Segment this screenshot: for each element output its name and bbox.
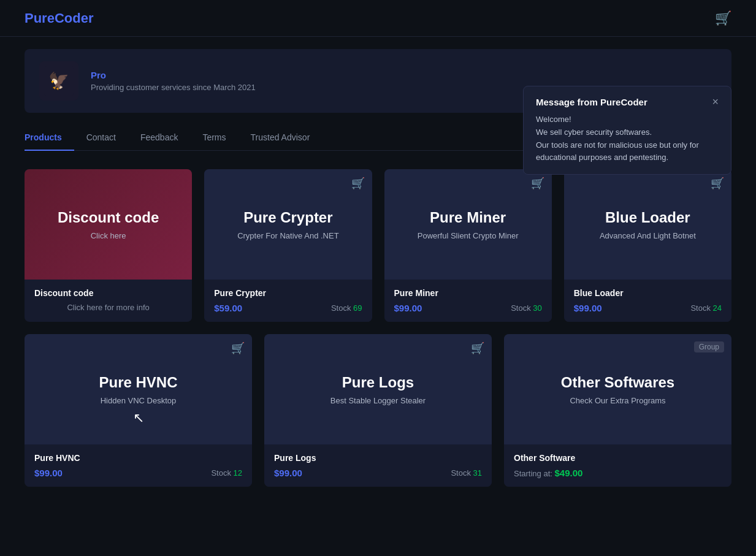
popup-line2: We sell cyber security softwares.: [536, 126, 719, 139]
product-card-blue-loader[interactable]: 🛒 Blue Loader Advanced And Light Botnet …: [564, 169, 731, 322]
message-popup: Message from PureCoder × Welcome! We sel…: [523, 86, 731, 175]
popup-title: Message from PureCoder: [536, 97, 647, 107]
card-image-pure-crypter: 🛒 Pure Crypter Crypter For Native And .N…: [204, 169, 372, 280]
card-title-pure-crypter: Pure Crypter: [243, 209, 332, 226]
card-name-blue-loader: Blue Loader: [574, 288, 722, 298]
avatar: 🦅: [39, 61, 78, 101]
card-stock-pure-miner: Stock 30: [511, 303, 542, 313]
card-starting-at-label: Starting at: $49.00: [514, 468, 582, 478]
card-name-pure-miner: Pure Miner: [394, 288, 542, 298]
card-subtitle-pure-hvnc: Hidden VNC Desktop: [101, 396, 177, 405]
cart-badge-pure-logs: 🛒: [471, 341, 484, 355]
card-click-info-discount: Click here for more info: [34, 303, 182, 312]
card-title-pure-miner: Pure Miner: [430, 209, 506, 226]
card-subtitle-pure-miner: Powerful Slient Crypto Miner: [418, 231, 519, 240]
cursor-hint: ↖: [133, 410, 144, 426]
card-name-pure-logs: Pure Logs: [274, 453, 482, 463]
card-meta-pure-logs: $99.00 Stock 31: [274, 468, 482, 478]
card-stock-pure-crypter: Stock 69: [331, 303, 362, 313]
card-title-other-softwares: Other Softwares: [561, 374, 674, 391]
card-meta-pure-miner: $99.00 Stock 30: [394, 303, 542, 313]
card-footer-pure-crypter: Pure Crypter $59.00 Stock 69: [204, 280, 372, 322]
tab-contact[interactable]: Contact: [74, 125, 128, 151]
main-content: 🦅 Pro Providing customer services since …: [0, 37, 756, 499]
card-price-pure-crypter: $59.00: [214, 303, 242, 313]
card-stock-pure-logs: Stock 31: [451, 468, 482, 478]
cart-badge-pure-hvnc: 🛒: [231, 341, 245, 355]
card-price-other-softwares: $49.00: [554, 468, 582, 478]
card-footer-pure-logs: Pure Logs $99.00 Stock 31: [264, 444, 492, 487]
product-card-discount[interactable]: Discount code Click here Discount code C…: [25, 169, 192, 322]
card-footer-other-softwares: Other Software Starting at: $49.00: [504, 444, 731, 487]
card-subtitle-blue-loader: Advanced And Light Botnet: [600, 231, 696, 240]
card-footer-blue-loader: Blue Loader $99.00 Stock 24: [564, 280, 731, 322]
header: PureCoder 🛒: [0, 0, 756, 37]
card-subtitle-pure-logs: Best Stable Logger Stealer: [330, 396, 426, 405]
cart-badge-pure-miner: 🛒: [531, 177, 544, 190]
card-price-pure-hvnc: $99.00: [34, 468, 63, 478]
product-card-pure-logs[interactable]: 🛒 Pure Logs Best Stable Logger Stealer P…: [264, 334, 492, 487]
group-badge: Group: [694, 341, 724, 352]
card-name-other-softwares: Other Software: [514, 453, 722, 463]
product-card-pure-hvnc[interactable]: 🛒 ↖ Pure HVNC Hidden VNC Desktop Pure HV…: [25, 334, 252, 487]
card-image-pure-hvnc: 🛒 ↖ Pure HVNC Hidden VNC Desktop: [25, 334, 252, 444]
products-grid-row1: Discount code Click here Discount code C…: [25, 169, 731, 322]
products-grid-row2: 🛒 ↖ Pure HVNC Hidden VNC Desktop Pure HV…: [25, 334, 731, 487]
tab-terms[interactable]: Terms: [190, 125, 238, 151]
cart-badge-blue-loader: 🛒: [711, 177, 724, 190]
profile-subtitle: Providing customer services since March …: [91, 83, 256, 92]
card-subtitle-discount: Click here: [91, 231, 126, 240]
card-title-pure-logs: Pure Logs: [342, 374, 414, 391]
product-card-pure-miner[interactable]: 🛒 Pure Miner Powerful Slient Crypto Mine…: [384, 169, 552, 322]
card-stock-blue-loader: Stock 24: [690, 303, 722, 313]
card-meta-pure-crypter: $59.00 Stock 69: [214, 303, 362, 313]
card-title-blue-loader: Blue Loader: [605, 209, 690, 226]
card-footer-pure-hvnc: Pure HVNC $99.00 Stock 12: [25, 444, 252, 487]
popup-line1: Welcome!: [536, 113, 719, 126]
tab-trusted-advisor[interactable]: Trusted Advisor: [239, 125, 323, 151]
card-name-pure-crypter: Pure Crypter: [214, 288, 362, 298]
product-card-other-softwares[interactable]: Group Other Softwares Check Our Extra Pr…: [504, 334, 731, 487]
popup-header: Message from PureCoder ×: [536, 96, 719, 107]
card-price-pure-logs: $99.00: [274, 468, 302, 478]
card-subtitle-other-softwares: Check Our Extra Programs: [570, 396, 665, 405]
card-title-discount: Discount code: [58, 209, 159, 226]
svg-text:🦅: 🦅: [48, 70, 69, 91]
tab-products[interactable]: Products: [25, 125, 74, 151]
profile-info: Pro Providing customer services since Ma…: [91, 70, 256, 92]
card-meta-other-softwares: Starting at: $49.00: [514, 468, 722, 478]
card-footer-discount: Discount code Click here for more info: [25, 280, 192, 321]
popup-line3: Our tools are not for malicious use but …: [536, 139, 719, 165]
card-title-pure-hvnc: Pure HVNC: [99, 374, 177, 391]
card-image-blue-loader: 🛒 Blue Loader Advanced And Light Botnet: [564, 169, 731, 280]
tab-feedback[interactable]: Feedback: [128, 125, 190, 151]
product-card-pure-crypter[interactable]: 🛒 Pure Crypter Crypter For Native And .N…: [204, 169, 372, 322]
card-image-other-softwares: Group Other Softwares Check Our Extra Pr…: [504, 334, 731, 444]
card-footer-pure-miner: Pure Miner $99.00 Stock 30: [384, 280, 552, 322]
card-image-pure-miner: 🛒 Pure Miner Powerful Slient Crypto Mine…: [384, 169, 552, 280]
card-price-blue-loader: $99.00: [574, 303, 602, 313]
card-image-pure-logs: 🛒 Pure Logs Best Stable Logger Stealer: [264, 334, 492, 444]
cart-icon[interactable]: 🛒: [715, 10, 731, 26]
card-image-discount: Discount code Click here: [25, 169, 192, 280]
card-price-pure-miner: $99.00: [394, 303, 422, 313]
logo: PureCoder: [25, 10, 93, 26]
card-subtitle-pure-crypter: Crypter For Native And .NET: [237, 231, 338, 240]
card-stock-pure-hvnc: Stock 12: [211, 468, 242, 478]
card-name-discount: Discount code: [34, 288, 182, 298]
close-button[interactable]: ×: [712, 96, 719, 107]
pro-badge: Pro: [91, 70, 256, 80]
card-name-pure-hvnc: Pure HVNC: [34, 453, 242, 463]
card-meta-blue-loader: $99.00 Stock 24: [574, 303, 722, 313]
cart-badge-pure-crypter: 🛒: [351, 177, 365, 190]
card-meta-pure-hvnc: $99.00 Stock 12: [34, 468, 242, 478]
popup-body: Welcome! We sell cyber security software…: [536, 113, 719, 164]
